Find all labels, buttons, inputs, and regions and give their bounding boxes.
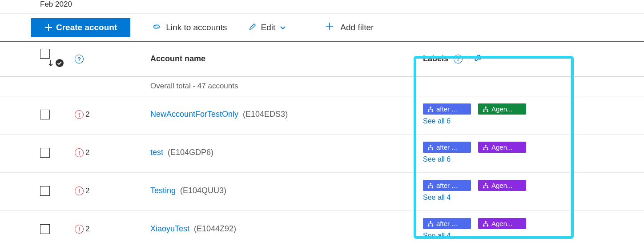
alert-count: 2 <box>85 186 89 195</box>
label-pill-text: after ... <box>436 105 457 113</box>
create-account-label: Create account <box>56 23 117 32</box>
plus-icon <box>44 24 52 32</box>
toolbar: Create account Link to accounts Edit <box>0 13 644 42</box>
account-name-column-header[interactable]: Account name <box>147 42 419 76</box>
label-pill[interactable]: Agen... <box>478 218 526 229</box>
svg-rect-18 <box>430 183 431 185</box>
account-name-link[interactable]: NewAccountForTestOnly <box>150 110 238 119</box>
alert-icon: ! <box>75 225 84 234</box>
svg-rect-7 <box>428 110 430 112</box>
svg-rect-29 <box>487 225 489 226</box>
help-icon[interactable]: ? <box>75 55 84 63</box>
label-pill-text: Agen... <box>491 105 513 113</box>
edit-label: Edit <box>261 23 276 32</box>
sort-indicator[interactable] <box>48 59 64 67</box>
labels-column-header[interactable]: Labels <box>423 54 448 63</box>
see-all-link[interactable]: See all 4 <box>423 232 587 240</box>
chevron-down-icon <box>280 23 286 32</box>
alert-indicator[interactable]: !2 <box>75 225 89 234</box>
svg-rect-12 <box>430 145 431 147</box>
alert-count: 2 <box>85 110 89 119</box>
svg-rect-8 <box>432 110 434 112</box>
svg-rect-14 <box>432 148 434 150</box>
link-to-accounts-label: Link to accounts <box>166 23 227 32</box>
see-all-link[interactable]: See all 6 <box>423 117 587 125</box>
alert-count: 2 <box>85 225 89 234</box>
account-id-text: (E104EDS3) <box>243 110 288 119</box>
alert-count: 2 <box>85 148 89 157</box>
label-pill-text: after ... <box>436 143 457 151</box>
svg-rect-16 <box>483 148 485 150</box>
label-pill[interactable]: after ... <box>423 142 471 153</box>
link-icon <box>152 23 161 33</box>
create-account-button[interactable]: Create account <box>31 18 130 37</box>
table-row: !2NewAccountForTestOnly(E104EDS3)after .… <box>0 96 644 135</box>
overall-total-text: Overall total - 47 accounts <box>147 76 419 96</box>
select-all-checkbox[interactable] <box>40 49 50 59</box>
account-id-text: (E104GDP6) <box>168 148 213 157</box>
svg-rect-6 <box>430 107 431 108</box>
svg-rect-28 <box>483 225 485 226</box>
alert-icon: ! <box>75 148 84 157</box>
row-checkbox[interactable] <box>40 148 50 158</box>
alert-indicator[interactable]: !2 <box>75 186 89 195</box>
svg-rect-19 <box>428 186 430 188</box>
alert-icon: ! <box>75 186 84 195</box>
account-name-link[interactable]: Testing <box>150 186 176 195</box>
svg-rect-23 <box>487 186 489 188</box>
svg-rect-10 <box>483 110 485 112</box>
svg-rect-25 <box>428 225 430 226</box>
svg-rect-9 <box>485 107 487 108</box>
svg-rect-17 <box>487 148 489 150</box>
label-pill[interactable]: Agen... <box>478 180 526 191</box>
alert-icon: ! <box>75 110 84 119</box>
svg-rect-11 <box>487 110 489 112</box>
divider <box>468 54 468 64</box>
wrench-icon[interactable] <box>474 53 483 65</box>
label-pill[interactable]: after ... <box>423 103 471 115</box>
alert-indicator[interactable]: !2 <box>75 110 89 119</box>
see-all-link[interactable]: See all 6 <box>423 155 587 163</box>
svg-rect-24 <box>430 221 431 223</box>
svg-rect-20 <box>432 186 434 188</box>
svg-rect-21 <box>485 183 487 185</box>
account-name-link[interactable]: test <box>150 148 163 157</box>
row-checkbox[interactable] <box>40 110 50 119</box>
date-stamp: Feb 2020 <box>0 0 644 13</box>
label-pill[interactable]: Agen... <box>478 142 526 153</box>
pencil-icon <box>249 23 257 33</box>
alert-indicator[interactable]: !2 <box>75 148 89 157</box>
svg-rect-22 <box>483 186 485 188</box>
row-checkbox[interactable] <box>40 224 50 234</box>
account-name-link[interactable]: XiaoyuTest <box>150 224 189 233</box>
label-pill-text: Agen... <box>491 220 513 227</box>
link-to-accounts-button[interactable]: Link to accounts <box>152 23 227 33</box>
label-pill[interactable]: after ... <box>423 180 471 191</box>
help-icon[interactable]: ? <box>454 55 463 63</box>
label-pill-text: after ... <box>436 182 457 189</box>
label-pill-text: Agen... <box>491 143 513 151</box>
label-pill-text: after ... <box>436 220 457 227</box>
plus-icon <box>325 22 334 33</box>
table-row: !2test(E104GDP6)after ...Agen...See all … <box>0 135 644 173</box>
label-pill-text: Agen... <box>491 182 513 189</box>
account-id-text: (E104QUU3) <box>180 186 226 195</box>
account-id-text: (E1044Z92) <box>194 224 236 233</box>
accounts-table: ? Account name Labels ? <box>0 42 644 242</box>
table-row: !2Testing(E104QUU3)after ...Agen...See a… <box>0 173 644 211</box>
add-filter-label: Add filter <box>340 23 374 32</box>
svg-rect-13 <box>428 148 430 150</box>
table-row: !2XiaoyuTest(E1044Z92)after ...Agen...Se… <box>0 211 644 242</box>
svg-rect-26 <box>432 225 434 226</box>
svg-rect-27 <box>485 221 487 223</box>
add-filter-button[interactable]: Add filter <box>325 22 374 33</box>
label-pill[interactable]: Agen... <box>478 103 526 115</box>
edit-button[interactable]: Edit <box>249 23 286 33</box>
see-all-link[interactable]: See all 4 <box>423 194 587 202</box>
arrow-down-icon <box>48 60 53 67</box>
label-pill[interactable]: after ... <box>423 218 471 229</box>
row-checkbox[interactable] <box>40 186 50 196</box>
status-check-icon <box>55 59 64 67</box>
svg-rect-15 <box>485 145 487 147</box>
